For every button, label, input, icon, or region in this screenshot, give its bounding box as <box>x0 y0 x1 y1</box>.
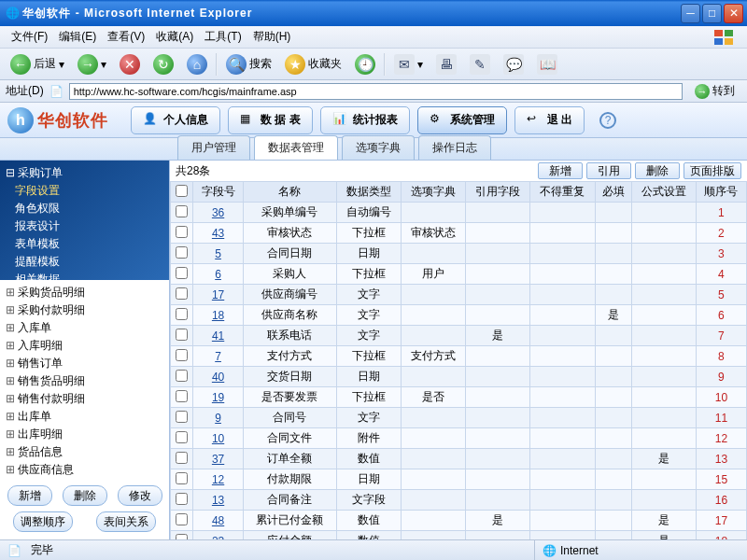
cell-id[interactable]: 48 <box>193 511 244 531</box>
btn-relation[interactable]: 表间关系 <box>96 511 156 532</box>
tree-item[interactable]: 表单模板 <box>6 235 163 253</box>
mail-button[interactable]: ✉ ▾ <box>389 51 428 77</box>
act-add[interactable]: 新增 <box>538 162 583 179</box>
home-button[interactable]: ⌂ <box>182 51 212 77</box>
table-row[interactable]: 41 联系电话 文字 是 7 <box>171 326 747 346</box>
table-row[interactable]: 6 采购人 下拉框 用户 4 <box>171 264 747 285</box>
research-button[interactable]: 📖 <box>532 51 562 77</box>
subtab-user[interactable]: 用户管理 <box>177 135 250 160</box>
tree2-item[interactable]: 采购付款明细 <box>6 301 163 319</box>
menu-tools[interactable]: 工具(T) <box>199 27 247 47</box>
table-row[interactable]: 37 订单全额 数值 是 13 <box>171 449 747 469</box>
maximize-button[interactable]: □ <box>702 4 722 23</box>
table-row[interactable]: 10 合同文件 附件 12 <box>171 428 747 449</box>
subtab-dictionary[interactable]: 选项字典 <box>342 135 415 160</box>
table-row[interactable]: 7 支付方式 下拉框 支付方式 8 <box>171 346 747 367</box>
cell-id[interactable]: 41 <box>193 326 244 346</box>
cell-id[interactable]: 43 <box>193 223 244 244</box>
table-row[interactable]: 43 审核状态 下拉框 审核状态 2 <box>171 223 747 244</box>
cell-id[interactable]: 17 <box>193 285 244 305</box>
cell-id[interactable]: 12 <box>193 469 244 490</box>
row-checkbox[interactable] <box>176 349 188 361</box>
tree-item[interactable]: 角色权限 <box>6 200 163 217</box>
tree-root[interactable]: ⊟ 采购订单 <box>6 164 163 182</box>
subtab-log[interactable]: 操作日志 <box>418 135 491 160</box>
row-checkbox[interactable] <box>176 513 188 525</box>
refresh-button[interactable]: ↻ <box>148 51 178 77</box>
row-checkbox[interactable] <box>176 287 188 300</box>
table-row[interactable]: 9 合同号 文字 11 <box>171 408 747 428</box>
col-formula[interactable]: 公式设置 <box>631 182 696 203</box>
tree2-item[interactable]: 货品信息 <box>6 443 163 461</box>
menu-help[interactable]: 帮助(H) <box>247 27 297 47</box>
table-row[interactable]: 5 合同日期 日期 3 <box>171 244 747 264</box>
table-row[interactable]: 19 是否要发票 下拉框 是否 10 <box>171 387 747 408</box>
row-checkbox[interactable] <box>176 267 188 279</box>
btn-order[interactable]: 调整顺序 <box>13 511 73 532</box>
row-checkbox[interactable] <box>176 411 188 423</box>
menu-edit[interactable]: 编辑(E) <box>53 27 102 47</box>
go-button[interactable]: →转到 <box>688 81 741 101</box>
row-checkbox[interactable] <box>176 308 188 320</box>
row-checkbox[interactable] <box>176 329 188 341</box>
col-uniq[interactable]: 不得重复 <box>530 182 595 203</box>
row-checkbox[interactable] <box>176 534 188 540</box>
history-button[interactable]: 🕘 <box>350 51 380 77</box>
act-ref[interactable]: 引用 <box>586 162 631 179</box>
cell-id[interactable]: 13 <box>193 490 244 511</box>
cell-id[interactable]: 36 <box>193 203 244 223</box>
tree-item[interactable]: 提醒模板 <box>6 253 163 271</box>
forward-button[interactable]: → ▾ <box>73 51 111 77</box>
tree2-item[interactable]: 销售订单 <box>6 355 163 372</box>
table-row[interactable]: 40 交货日期 日期 9 <box>171 367 747 387</box>
cell-id[interactable]: 40 <box>193 367 244 387</box>
col-req[interactable]: 必填 <box>595 182 631 203</box>
tree2-item[interactable]: 出库明细 <box>6 426 163 443</box>
btn-delete[interactable]: 删除 <box>63 485 107 506</box>
address-input[interactable] <box>69 83 683 100</box>
tree2-item[interactable]: 销售付款明细 <box>6 390 163 408</box>
table-row[interactable]: 12 付款期限 日期 15 <box>171 469 747 490</box>
table-row[interactable]: 13 合同备注 文字段 16 <box>171 490 747 511</box>
search-button[interactable]: 🔍搜索 <box>221 51 276 77</box>
table-row[interactable]: 23 应付金额 数值 是 18 <box>171 531 747 540</box>
back-button[interactable]: ←后退 ▾ <box>6 51 69 77</box>
col-ref[interactable]: 引用字段 <box>466 182 530 203</box>
cell-id[interactable]: 10 <box>193 428 244 449</box>
table-row[interactable]: 18 供应商名称 文字 是 6 <box>171 305 747 326</box>
table-row[interactable]: 36 采购单编号 自动编号 1 <box>171 203 747 223</box>
table-row[interactable]: 48 累计已付金额 数值 是 是 17 <box>171 511 747 531</box>
print-button[interactable]: 🖶 <box>431 51 461 77</box>
tab-exit[interactable]: ↩退 出 <box>514 106 585 134</box>
tree2-item[interactable]: 销售货品明细 <box>6 372 163 390</box>
favorites-button[interactable]: ★收藏夹 <box>280 51 346 77</box>
col-id[interactable]: 字段号 <box>193 182 244 203</box>
row-checkbox[interactable] <box>176 390 188 402</box>
data-grid[interactable]: 字段号 名称 数据类型 选项字典 引用字段 不得重复 必填 公式设置 顺序号 3… <box>170 181 747 539</box>
cell-id[interactable]: 23 <box>193 531 244 540</box>
edit-button[interactable]: ✎ <box>465 51 495 77</box>
cell-id[interactable]: 7 <box>193 346 244 367</box>
tab-data[interactable]: ▦数 据 表 <box>228 106 313 134</box>
discuss-button[interactable]: 💬 <box>499 51 529 77</box>
menu-view[interactable]: 查看(V) <box>102 27 150 47</box>
tree-item[interactable]: 字段设置 <box>6 182 163 200</box>
cell-id[interactable]: 37 <box>193 449 244 469</box>
cell-id[interactable]: 9 <box>193 408 244 428</box>
cell-id[interactable]: 6 <box>193 264 244 285</box>
row-checkbox[interactable] <box>176 493 188 505</box>
col-name[interactable]: 名称 <box>244 182 336 203</box>
row-checkbox[interactable] <box>176 246 188 259</box>
col-check[interactable] <box>171 182 193 203</box>
tree2-item[interactable]: 供应商信息 <box>6 461 163 479</box>
cell-id[interactable]: 19 <box>193 387 244 408</box>
row-checkbox[interactable] <box>176 472 188 484</box>
col-dict[interactable]: 选项字典 <box>401 182 465 203</box>
row-checkbox[interactable] <box>176 452 188 464</box>
subtab-datatable[interactable]: 数据表管理 <box>254 135 338 160</box>
tree2-item[interactable]: 出库单 <box>6 408 163 426</box>
tab-report[interactable]: 📊统计报表 <box>320 106 410 134</box>
menu-favorites[interactable]: 收藏(A) <box>150 27 199 47</box>
row-checkbox[interactable] <box>176 431 188 443</box>
act-del[interactable]: 删除 <box>635 162 680 179</box>
